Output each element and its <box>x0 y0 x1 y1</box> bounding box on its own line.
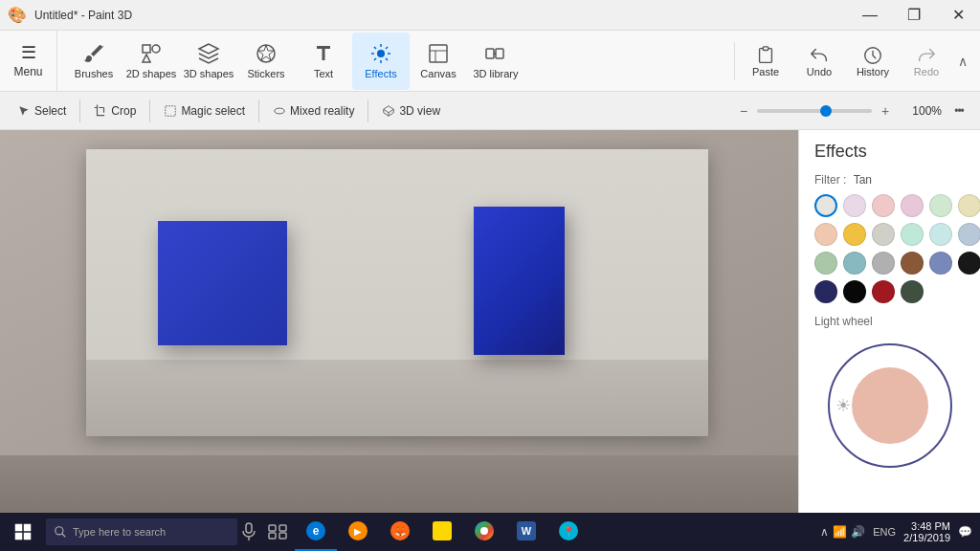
color-swatch-14[interactable] <box>872 252 895 275</box>
text-icon <box>312 42 335 65</box>
magic-select-button[interactable]: Magic select <box>154 100 255 121</box>
task-view-button[interactable] <box>260 513 295 551</box>
color-swatch-21[interactable] <box>901 280 924 303</box>
svg-line-19 <box>389 112 393 116</box>
language-indicator[interactable]: ENG <box>873 526 896 538</box>
color-swatch-0[interactable] <box>814 194 837 217</box>
color-swatch-20[interactable] <box>872 280 895 303</box>
svg-rect-20 <box>15 524 23 532</box>
taskbar-chrome-icon[interactable] <box>463 513 505 551</box>
color-swatch-10[interactable] <box>929 223 952 246</box>
taskbar-right: ∧ 📶 🔊 ENG 3:48 PM 2/19/2019 💬 <box>820 520 980 543</box>
color-swatch-11[interactable] <box>958 223 980 246</box>
toolbar-right: Paste Undo History Redo ∧ <box>739 33 980 90</box>
main-area: Effects Filter : Tan Light wheel ☀ <box>0 130 980 513</box>
svg-rect-8 <box>486 49 494 58</box>
more-options-button[interactable]: ••• <box>946 98 972 124</box>
taskbar-firefox-icon[interactable]: 🦊 <box>379 513 421 551</box>
taskbar-edge-icon[interactable]: e <box>295 513 337 551</box>
brushes-label: Brushes <box>75 68 113 79</box>
light-wheel[interactable]: ☀ <box>828 343 952 468</box>
taskbar-maps-icon[interactable]: 📍 <box>547 513 590 551</box>
toolbar-3dlibrary[interactable]: 3D library <box>467 33 524 90</box>
zoom-in-button[interactable]: + <box>876 101 895 121</box>
undo-button[interactable]: Undo <box>792 33 846 90</box>
history-label: History <box>857 66 889 77</box>
toolbar-2dshapes[interactable]: 2D shapes <box>122 33 180 90</box>
color-swatch-6[interactable] <box>814 223 837 246</box>
taskbar-word-icon[interactable]: W <box>505 513 547 551</box>
svg-marker-2 <box>143 55 150 62</box>
search-icon <box>54 525 67 539</box>
start-button[interactable] <box>0 513 46 551</box>
tray-expand-icon[interactable]: ∧ <box>820 525 829 539</box>
color-swatch-18[interactable] <box>814 280 837 303</box>
color-swatch-1[interactable] <box>843 194 866 217</box>
canvas-background <box>86 149 708 436</box>
zoom-value: 100% <box>899 104 942 118</box>
color-swatch-15[interactable] <box>901 252 924 275</box>
toolbar-3dshapes[interactable]: 3D shapes <box>180 33 237 90</box>
clock[interactable]: 3:48 PM 2/19/2019 <box>903 520 950 543</box>
text-label: Text <box>314 68 333 79</box>
titlebar: 🎨 Untitled* - Paint 3D — ❐ ✕ <box>0 0 980 31</box>
3dview-button[interactable]: 3D view <box>372 100 450 121</box>
blue-square-left <box>158 221 287 345</box>
windows-icon <box>14 523 32 540</box>
taskbar-vlc-icon[interactable]: ▶ <box>337 513 379 551</box>
color-swatch-3[interactable] <box>901 194 924 217</box>
svg-point-1 <box>152 45 160 53</box>
color-swatches <box>814 194 965 303</box>
close-button[interactable]: ✕ <box>936 0 980 31</box>
color-swatch-2[interactable] <box>872 194 895 217</box>
color-swatch-12[interactable] <box>814 252 837 275</box>
color-swatch-13[interactable] <box>843 252 866 275</box>
minimize-button[interactable]: — <box>848 0 892 31</box>
redo-button[interactable]: Redo <box>900 33 953 90</box>
canvas-area[interactable] <box>0 130 798 513</box>
history-button[interactable]: History <box>846 33 900 90</box>
tray-volume-icon[interactable]: 🔊 <box>851 525 865 539</box>
paste-button[interactable]: Paste <box>739 33 792 90</box>
tray-wifi-icon[interactable]: 📶 <box>833 525 847 539</box>
toolbar-brushes[interactable]: Brushes <box>65 33 122 90</box>
toolbar-canvas[interactable]: Canvas <box>410 33 467 90</box>
color-swatch-5[interactable] <box>958 194 980 217</box>
select-button[interactable]: Select <box>8 100 76 121</box>
color-swatch-4[interactable] <box>929 194 952 217</box>
effects-icon <box>369 42 392 65</box>
zoom-out-button[interactable]: − <box>734 101 753 121</box>
mixed-reality-label: Mixed reality <box>290 104 354 118</box>
color-swatch-8[interactable] <box>872 223 895 246</box>
crop-button[interactable]: Crop <box>84 100 145 121</box>
color-swatch-16[interactable] <box>929 252 952 275</box>
color-swatch-19[interactable] <box>843 280 866 303</box>
toolbar-stickers[interactable]: Stickers <box>237 33 295 90</box>
2dshapes-icon <box>140 42 163 65</box>
time-display: 3:48 PM <box>903 520 950 532</box>
restore-button[interactable]: ❐ <box>892 0 936 31</box>
taskbar-search[interactable]: Type here to search <box>46 518 237 545</box>
3dview-icon <box>382 104 395 118</box>
taskbar-files-icon[interactable] <box>421 513 463 551</box>
color-swatch-7[interactable] <box>843 223 866 246</box>
toolbar-text[interactable]: Text <box>295 33 352 90</box>
toolbar-effects[interactable]: Effects <box>352 33 410 90</box>
svg-point-4 <box>377 50 385 57</box>
redo-label: Redo <box>914 66 939 77</box>
3dview-label: 3D view <box>399 104 440 118</box>
notification-icon[interactable]: 💬 <box>958 525 972 539</box>
svg-marker-14 <box>384 105 394 112</box>
menu-button[interactable]: ☰ Menu <box>0 31 57 92</box>
cortana-icon[interactable] <box>237 513 260 551</box>
zoom-slider[interactable] <box>757 109 872 113</box>
color-swatch-9[interactable] <box>901 223 924 246</box>
mixed-reality-button[interactable]: Mixed reality <box>263 100 364 121</box>
2dshapes-label: 2D shapes <box>126 68 177 79</box>
task-view-icon <box>268 524 287 540</box>
toolbar-expand-button[interactable]: ∧ <box>953 33 972 90</box>
system-tray: ∧ 📶 🔊 <box>820 525 865 539</box>
svg-point-24 <box>56 527 63 535</box>
color-swatch-17[interactable] <box>958 252 980 275</box>
svg-rect-29 <box>279 525 286 531</box>
